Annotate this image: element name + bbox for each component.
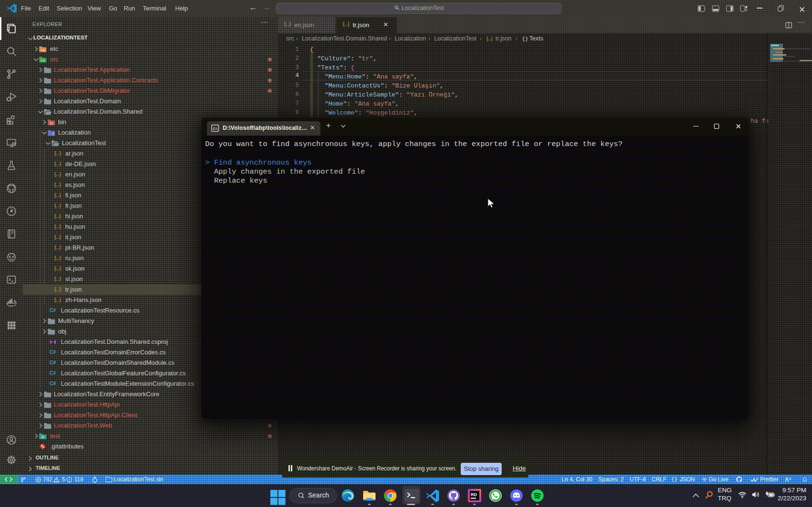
svg-text:RD: RD (471, 492, 477, 497)
svg-text:C:\: C:\ (213, 127, 217, 130)
